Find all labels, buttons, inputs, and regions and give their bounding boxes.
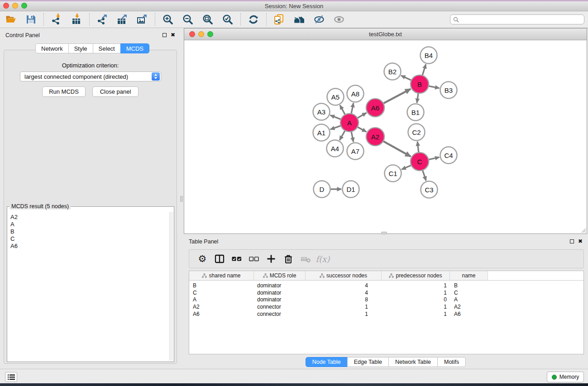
graph-edge-B-B3[interactable]: [429, 86, 439, 88]
import-table-button[interactable]: [68, 13, 85, 26]
table-cell[interactable]: 1: [382, 311, 450, 317]
tab-style[interactable]: Style: [68, 43, 93, 53]
graph-edge-B-B1[interactable]: [417, 93, 418, 103]
home-view-button[interactable]: [291, 13, 307, 26]
settings-button[interactable]: ⚙: [195, 252, 210, 266]
table-cell[interactable]: B: [189, 282, 254, 289]
table-row[interactable]: Bdominator41B: [189, 282, 583, 289]
table-cell[interactable]: 0: [382, 296, 450, 303]
tab-edge-table[interactable]: Edge Table: [347, 357, 389, 367]
table-panel-close-icon[interactable]: ✖: [578, 239, 583, 243]
graph-edge-A6-B[interactable]: [383, 89, 411, 104]
column-header-MCDS-role[interactable]: MCDS role: [254, 271, 306, 280]
graph-edge-A2-C[interactable]: [383, 141, 411, 157]
graph-edge-A-A4[interactable]: [339, 131, 345, 140]
close-window-button[interactable]: [3, 3, 9, 9]
tab-mcds[interactable]: MCDS: [120, 43, 149, 53]
mcds-result-item[interactable]: C: [10, 235, 174, 243]
table-cell[interactable]: dominator: [254, 296, 306, 303]
network-window-titlebar[interactable]: testGlobe.txt: [184, 29, 587, 40]
table-cell[interactable]: dominator: [254, 290, 306, 296]
memory-button[interactable]: Memory: [547, 372, 584, 382]
graph-edge-B-B4[interactable]: [422, 64, 426, 75]
table-cell[interactable]: 4: [306, 282, 382, 289]
resize-grip-icon[interactable]: [581, 228, 586, 233]
table-cell[interactable]: A6: [450, 311, 488, 317]
refresh-button[interactable]: [245, 13, 262, 26]
table-row[interactable]: Cdominator41C: [189, 289, 583, 296]
graph-edge-C-C4[interactable]: [429, 157, 439, 159]
show-panel-button[interactable]: [331, 13, 347, 26]
export-network-button[interactable]: [94, 13, 110, 26]
graph-edge-A-A2[interactable]: [358, 127, 366, 132]
table-cell[interactable]: 1: [306, 304, 382, 310]
network-canvas[interactable]: B4B2BB3A8A5A6B1A3AC2A1A2A4A7C4CC1C3DD1: [184, 40, 587, 234]
add-column-button[interactable]: [264, 252, 278, 266]
select-all-button[interactable]: [229, 252, 244, 266]
result-scrollbar[interactable]: [169, 212, 173, 361]
tab-network[interactable]: Network: [35, 43, 69, 53]
table-cell[interactable]: A2: [450, 304, 488, 310]
minimize-window-button[interactable]: [12, 3, 18, 9]
table-cell[interactable]: dominator: [254, 282, 306, 289]
network-close-button[interactable]: [189, 31, 195, 37]
table-cell[interactable]: C: [450, 290, 488, 296]
table-panel-float-icon[interactable]: [570, 239, 574, 243]
graph-edge-B-B2[interactable]: [401, 76, 411, 80]
deselect-all-button[interactable]: [247, 252, 261, 266]
graph-edge-C-C1[interactable]: [402, 165, 411, 169]
graph-edge-A-A1[interactable]: [330, 126, 341, 129]
clone-network-button[interactable]: [271, 13, 287, 26]
table-cell[interactable]: 4: [306, 290, 382, 296]
graph-edge-A-A7[interactable]: [351, 132, 354, 142]
graph-edge-C-C3[interactable]: [423, 170, 426, 181]
zoom-fit-button[interactable]: [200, 13, 216, 26]
table-cell[interactable]: 1: [382, 282, 450, 289]
table-cell[interactable]: B: [450, 282, 488, 289]
network-minimize-button[interactable]: [198, 31, 204, 37]
table-cell[interactable]: C: [189, 290, 254, 296]
import-network-button[interactable]: [48, 13, 65, 26]
table-cell[interactable]: connector: [254, 311, 306, 317]
zoom-selected-button[interactable]: [220, 13, 236, 26]
tab-network-table[interactable]: Network Table: [388, 357, 438, 367]
graph-edge-A-A5[interactable]: [340, 105, 345, 114]
column-header-predecessor-nodes[interactable]: predecessor nodes: [382, 271, 450, 280]
vertical-splitter-handle[interactable]: [180, 196, 183, 202]
table-cell[interactable]: A: [189, 296, 254, 303]
close-panel-button[interactable]: Close panel: [92, 86, 139, 97]
graph-edge-A-A8[interactable]: [351, 103, 354, 114]
table-cell[interactable]: A2: [189, 304, 254, 310]
hide-panels-button[interactable]: [311, 13, 327, 26]
graph-edge-A-A3[interactable]: [330, 115, 341, 119]
table-cell[interactable]: 1: [382, 290, 450, 296]
table-cell[interactable]: connector: [254, 304, 306, 310]
optimization-criterion-dropdown[interactable]: largest connected component (directed): [20, 71, 161, 81]
search-input[interactable]: [459, 15, 584, 24]
table-row[interactable]: A6connector11A6: [189, 310, 583, 318]
table-cell[interactable]: 1: [306, 311, 382, 317]
zoom-out-button[interactable]: [180, 13, 196, 26]
save-session-button[interactable]: [23, 13, 39, 26]
mcds-result-item[interactable]: B: [10, 228, 174, 235]
control-panel-float-icon[interactable]: [163, 33, 167, 37]
mcds-result-item[interactable]: A: [10, 221, 174, 228]
control-panel-close-icon[interactable]: ✖: [171, 33, 175, 37]
column-header-successor-nodes[interactable]: successor nodes: [306, 271, 382, 280]
mcds-result-item[interactable]: A6: [10, 243, 174, 250]
tab-motifs[interactable]: Motifs: [437, 357, 466, 367]
table-cell[interactable]: 8: [306, 296, 382, 303]
column-header-name[interactable]: name: [450, 271, 488, 280]
tab-node-table[interactable]: Node Table: [306, 357, 348, 367]
table-row[interactable]: Adominator80A: [189, 296, 583, 304]
network-zoom-button[interactable]: [207, 31, 213, 37]
tab-select[interactable]: Select: [93, 43, 121, 53]
table-cell[interactable]: A6: [189, 311, 254, 317]
export-table-button[interactable]: [114, 13, 130, 26]
export-image-button[interactable]: [134, 13, 150, 26]
mcds-result-item[interactable]: A2: [10, 214, 174, 221]
graph-edge-A-A6[interactable]: [358, 113, 367, 118]
task-history-button[interactable]: [5, 372, 17, 382]
run-mcds-button[interactable]: Run MCDS: [42, 86, 86, 97]
graph-edge-C-C2[interactable]: [417, 142, 419, 152]
